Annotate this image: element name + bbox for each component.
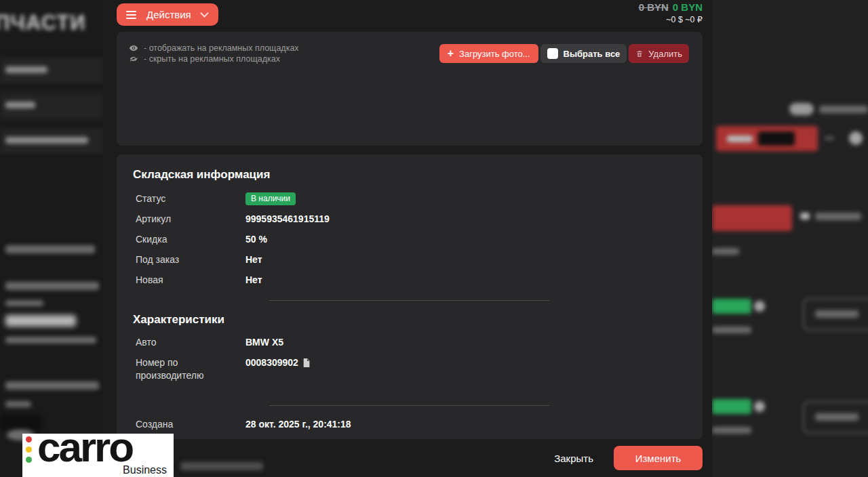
info-row-manufacturer-number: Номер по производителю 0008309902: [133, 356, 686, 382]
info-row-created: Создана 28 окт. 2025 г., 20:41:18: [133, 418, 686, 431]
upload-photo-button[interactable]: + Загрузить фото...: [439, 44, 538, 63]
blurred-text: [712, 327, 751, 333]
blurred-dash: [825, 137, 834, 140]
screen: ПЧАСТИ: [0, 0, 868, 477]
logo-dots-icon: [26, 436, 32, 463]
legend-hide-label: - скрыть на рекламных площадках: [144, 54, 280, 64]
select-all-button[interactable]: Выбрать все: [540, 44, 627, 63]
background-panel: [712, 0, 868, 477]
select-all-label: Выбрать все: [564, 49, 620, 59]
copy-icon[interactable]: [302, 358, 310, 367]
logo-sub-text: Business: [123, 464, 167, 476]
actions-button-label: Действия: [146, 9, 191, 20]
row-value: BMW X5: [245, 336, 283, 349]
sidebar-title: ПЧАСТИ: [0, 11, 86, 35]
blurred-icon: [800, 213, 810, 220]
eye-off-icon: [129, 54, 138, 64]
blurred-text: [727, 136, 753, 142]
blurred-box: [0, 415, 42, 430]
info-row-discount: Скидка 50 %: [133, 233, 686, 246]
visibility-legend: - отображать на рекламных площадках - ск…: [129, 43, 299, 64]
blurred-text: [5, 337, 96, 344]
background-sidebar: ПЧАСТИ: [0, 0, 103, 477]
carro-logo: carro Business: [22, 434, 174, 477]
trash-icon: [635, 49, 644, 58]
divider: [269, 405, 549, 406]
blurred-text: [815, 213, 861, 220]
info-row-on-order: Под заказ Нет: [133, 253, 686, 266]
blurred-label: [5, 102, 35, 108]
row-label: Статус: [136, 192, 245, 205]
blurred-text: [5, 401, 31, 407]
row-label: Скидка: [136, 233, 245, 246]
price-new: 0 BYN: [673, 1, 703, 13]
info-row-status: Статус В наличии: [133, 192, 686, 205]
blurred-label: [819, 106, 868, 113]
chevron-down-icon: [200, 9, 209, 18]
row-label: Под заказ: [136, 253, 245, 266]
blurred-text: [180, 462, 263, 470]
blurred-box: [758, 131, 795, 146]
row-label: Номер по производителю: [136, 356, 245, 382]
row-value: 50 %: [245, 233, 267, 246]
blurred-text: [5, 381, 99, 390]
actions-button[interactable]: Действия: [117, 3, 218, 26]
blurred-text: [5, 282, 99, 290]
part-details-modal: Действия 0 BYN0 BYN ~0 $ ~0 ₽ - отобража…: [103, 0, 712, 477]
blurred-green-badge: [712, 399, 751, 414]
hamburger-icon: [126, 11, 136, 19]
select-all-checkbox[interactable]: [547, 48, 558, 59]
price-approx: ~0 $ ~0 ₽: [639, 14, 703, 26]
row-label: Новая: [136, 274, 245, 287]
row-value: Нет: [245, 274, 262, 287]
photo-toolbar: + Загрузить фото... Выбрать все Удалить: [439, 44, 689, 63]
blurred-text: [815, 310, 859, 318]
blurred-text: [815, 413, 859, 421]
eye-icon: [129, 43, 138, 53]
blurred-text: [712, 427, 751, 434]
stock-section-title: Складская информация: [133, 168, 686, 182]
blurred-text: [712, 248, 739, 255]
blurred-icon: [849, 131, 863, 145]
blurred-text: [5, 245, 95, 253]
upload-photo-label: Загрузить фото...: [459, 49, 530, 59]
blurred-eye-icon: [754, 401, 765, 412]
blurred-eye-icon: [754, 301, 765, 312]
row-value: 9995935461915119: [245, 213, 330, 226]
photos-card: - отображать на рекламных площадках - ск…: [117, 32, 703, 146]
status-badge: В наличии: [245, 192, 296, 205]
legend-hide-row: - скрыть на рекламных площадках: [129, 54, 299, 64]
delete-button[interactable]: Удалить: [629, 44, 689, 63]
info-row-car: Авто BMW X5: [133, 336, 686, 349]
legend-show-label: - отображать на рекламных площадках: [144, 43, 299, 53]
divider: [269, 300, 549, 301]
specs-section-title: Характеристики: [133, 313, 686, 327]
price-summary: 0 BYN0 BYN ~0 $ ~0 ₽: [639, 1, 703, 26]
blurred-label: [5, 137, 88, 144]
row-value: 28 окт. 2025 г., 20:41:18: [245, 418, 351, 431]
blurred-label: [5, 66, 47, 73]
plus-icon: +: [448, 48, 454, 59]
legend-show-row: - отображать на рекламных площадках: [129, 43, 299, 54]
edit-button[interactable]: Изменить: [614, 446, 703, 470]
delete-label: Удалить: [648, 49, 682, 59]
row-value: 0008309902: [245, 356, 298, 369]
row-label: Авто: [136, 336, 245, 349]
blurred-red-button: [712, 205, 792, 231]
logo-brand-text: carro: [37, 434, 132, 471]
row-value: Нет: [245, 253, 262, 266]
price-old: 0 BYN: [639, 1, 669, 13]
modal-footer: Закрыть Изменить: [103, 439, 712, 477]
blurred-value: [5, 315, 76, 327]
close-button[interactable]: Закрыть: [554, 453, 593, 464]
row-label: Артикул: [136, 213, 245, 226]
info-row-new: Новая Нет: [133, 274, 686, 287]
info-card: Складская информация Статус В наличии Ар…: [117, 154, 703, 439]
info-row-article: Артикул 9995935461915119: [133, 213, 686, 226]
row-label: Создана: [136, 418, 245, 431]
blurred-text: [5, 300, 43, 306]
blurred-toggle: [789, 103, 814, 115]
blurred-green-badge: [712, 299, 751, 314]
